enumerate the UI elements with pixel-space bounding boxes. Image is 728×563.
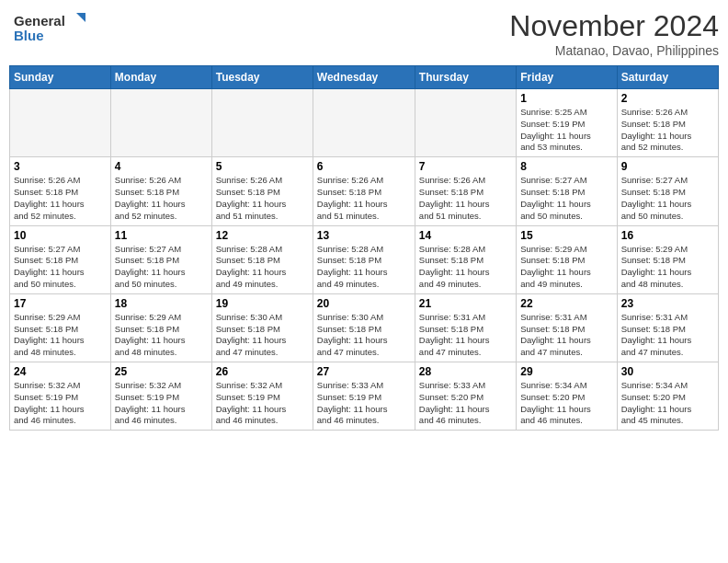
calendar-cell: 3Sunrise: 5:26 AMSunset: 5:18 PMDaylight… <box>10 157 111 225</box>
calendar-cell: 21Sunrise: 5:31 AMSunset: 5:18 PMDayligh… <box>415 293 516 362</box>
calendar-cell: 6Sunrise: 5:26 AMSunset: 5:18 PMDaylight… <box>313 157 415 225</box>
day-info: Sunrise: 5:29 AMSunset: 5:18 PMDaylight:… <box>520 244 612 291</box>
calendar: SundayMondayTuesdayWednesdayThursdayFrid… <box>9 65 719 431</box>
day-number: 8 <box>520 160 612 173</box>
day-number: 24 <box>14 365 107 378</box>
day-number: 22 <box>520 297 612 310</box>
calendar-cell: 13Sunrise: 5:28 AMSunset: 5:18 PMDayligh… <box>313 225 415 293</box>
calendar-cell: 11Sunrise: 5:27 AMSunset: 5:18 PMDayligh… <box>110 225 211 293</box>
day-number: 20 <box>317 297 411 310</box>
col-header-wednesday: Wednesday <box>313 66 415 89</box>
calendar-cell: 23Sunrise: 5:31 AMSunset: 5:18 PMDayligh… <box>617 293 718 362</box>
calendar-cell: 20Sunrise: 5:30 AMSunset: 5:18 PMDayligh… <box>313 293 415 362</box>
day-info: Sunrise: 5:32 AMSunset: 5:19 PMDaylight:… <box>115 380 208 427</box>
day-info: Sunrise: 5:26 AMSunset: 5:18 PMDaylight:… <box>621 107 714 154</box>
calendar-cell: 5Sunrise: 5:26 AMSunset: 5:18 PMDaylight… <box>211 157 313 225</box>
title-block: November 2024 Matanao, Davao, Philippine… <box>509 9 719 58</box>
calendar-cell: 25Sunrise: 5:32 AMSunset: 5:19 PMDayligh… <box>110 362 211 431</box>
day-info: Sunrise: 5:33 AMSunset: 5:20 PMDaylight:… <box>419 380 512 427</box>
calendar-cell: 1Sunrise: 5:25 AMSunset: 5:19 PMDaylight… <box>517 89 617 157</box>
day-info: Sunrise: 5:31 AMSunset: 5:18 PMDaylight:… <box>621 312 714 359</box>
day-info: Sunrise: 5:34 AMSunset: 5:20 PMDaylight:… <box>520 380 612 427</box>
day-number: 1 <box>520 92 612 105</box>
col-header-saturday: Saturday <box>617 66 718 89</box>
day-info: Sunrise: 5:26 AMSunset: 5:18 PMDaylight:… <box>14 175 107 222</box>
calendar-cell: 15Sunrise: 5:29 AMSunset: 5:18 PMDayligh… <box>517 225 617 293</box>
day-info: Sunrise: 5:28 AMSunset: 5:18 PMDaylight:… <box>419 244 512 291</box>
calendar-cell: 27Sunrise: 5:33 AMSunset: 5:19 PMDayligh… <box>313 362 415 431</box>
svg-marker-2 <box>76 13 85 22</box>
week-row-5: 24Sunrise: 5:32 AMSunset: 5:19 PMDayligh… <box>10 362 719 431</box>
calendar-cell: 29Sunrise: 5:34 AMSunset: 5:20 PMDayligh… <box>517 362 617 431</box>
col-header-monday: Monday <box>110 66 211 89</box>
calendar-cell: 18Sunrise: 5:29 AMSunset: 5:18 PMDayligh… <box>110 293 211 362</box>
week-row-1: 1Sunrise: 5:25 AMSunset: 5:19 PMDaylight… <box>10 89 719 157</box>
calendar-cell <box>313 89 415 157</box>
day-number: 26 <box>216 365 309 378</box>
day-number: 3 <box>14 160 107 173</box>
day-number: 6 <box>317 160 411 173</box>
calendar-cell <box>211 89 313 157</box>
day-number: 23 <box>621 297 714 310</box>
week-row-4: 17Sunrise: 5:29 AMSunset: 5:18 PMDayligh… <box>10 293 719 362</box>
day-info: Sunrise: 5:28 AMSunset: 5:18 PMDaylight:… <box>216 244 309 291</box>
day-info: Sunrise: 5:27 AMSunset: 5:18 PMDaylight:… <box>14 244 107 291</box>
calendar-cell: 28Sunrise: 5:33 AMSunset: 5:20 PMDayligh… <box>415 362 516 431</box>
calendar-cell: 26Sunrise: 5:32 AMSunset: 5:19 PMDayligh… <box>211 362 313 431</box>
day-info: Sunrise: 5:27 AMSunset: 5:18 PMDaylight:… <box>621 175 714 222</box>
day-info: Sunrise: 5:33 AMSunset: 5:19 PMDaylight:… <box>317 380 411 427</box>
day-number: 21 <box>419 297 512 310</box>
day-info: Sunrise: 5:25 AMSunset: 5:19 PMDaylight:… <box>520 107 612 154</box>
day-number: 4 <box>115 160 208 173</box>
calendar-cell: 14Sunrise: 5:28 AMSunset: 5:18 PMDayligh… <box>415 225 516 293</box>
col-header-thursday: Thursday <box>415 66 516 89</box>
calendar-cell: 7Sunrise: 5:26 AMSunset: 5:18 PMDaylight… <box>415 157 516 225</box>
day-number: 10 <box>14 229 107 242</box>
col-header-tuesday: Tuesday <box>211 66 313 89</box>
day-number: 9 <box>621 160 714 173</box>
subtitle: Matanao, Davao, Philippines <box>509 43 719 58</box>
day-number: 7 <box>419 160 512 173</box>
svg-text:Blue: Blue <box>14 28 44 43</box>
day-info: Sunrise: 5:29 AMSunset: 5:18 PMDaylight:… <box>115 312 208 359</box>
logo-icon: General Blue <box>9 9 92 46</box>
day-number: 28 <box>419 365 512 378</box>
calendar-cell: 10Sunrise: 5:27 AMSunset: 5:18 PMDayligh… <box>10 225 111 293</box>
calendar-cell: 9Sunrise: 5:27 AMSunset: 5:18 PMDaylight… <box>617 157 718 225</box>
calendar-cell: 12Sunrise: 5:28 AMSunset: 5:18 PMDayligh… <box>211 225 313 293</box>
calendar-cell: 22Sunrise: 5:31 AMSunset: 5:18 PMDayligh… <box>517 293 617 362</box>
week-row-2: 3Sunrise: 5:26 AMSunset: 5:18 PMDaylight… <box>10 157 719 225</box>
day-number: 13 <box>317 229 411 242</box>
day-info: Sunrise: 5:26 AMSunset: 5:18 PMDaylight:… <box>115 175 208 222</box>
day-number: 19 <box>216 297 309 310</box>
day-info: Sunrise: 5:32 AMSunset: 5:19 PMDaylight:… <box>14 380 107 427</box>
calendar-cell <box>415 89 516 157</box>
day-info: Sunrise: 5:31 AMSunset: 5:18 PMDaylight:… <box>520 312 612 359</box>
calendar-cell: 30Sunrise: 5:34 AMSunset: 5:20 PMDayligh… <box>617 362 718 431</box>
day-info: Sunrise: 5:31 AMSunset: 5:18 PMDaylight:… <box>419 312 512 359</box>
calendar-cell: 4Sunrise: 5:26 AMSunset: 5:18 PMDaylight… <box>110 157 211 225</box>
day-info: Sunrise: 5:26 AMSunset: 5:18 PMDaylight:… <box>419 175 512 222</box>
day-number: 17 <box>14 297 107 310</box>
header: General Blue November 2024 Matanao, Dava… <box>9 9 719 58</box>
svg-text:General: General <box>14 13 65 29</box>
day-number: 16 <box>621 229 714 242</box>
day-number: 29 <box>520 365 612 378</box>
calendar-cell: 19Sunrise: 5:30 AMSunset: 5:18 PMDayligh… <box>211 293 313 362</box>
day-info: Sunrise: 5:27 AMSunset: 5:18 PMDaylight:… <box>115 244 208 291</box>
header-row: SundayMondayTuesdayWednesdayThursdayFrid… <box>10 66 719 89</box>
day-number: 25 <box>115 365 208 378</box>
day-info: Sunrise: 5:29 AMSunset: 5:18 PMDaylight:… <box>14 312 107 359</box>
day-info: Sunrise: 5:29 AMSunset: 5:18 PMDaylight:… <box>621 244 714 291</box>
day-number: 11 <box>115 229 208 242</box>
day-info: Sunrise: 5:32 AMSunset: 5:19 PMDaylight:… <box>216 380 309 427</box>
calendar-cell: 17Sunrise: 5:29 AMSunset: 5:18 PMDayligh… <box>10 293 111 362</box>
day-number: 27 <box>317 365 411 378</box>
month-title: November 2024 <box>509 9 719 43</box>
calendar-cell: 24Sunrise: 5:32 AMSunset: 5:19 PMDayligh… <box>10 362 111 431</box>
day-info: Sunrise: 5:30 AMSunset: 5:18 PMDaylight:… <box>216 312 309 359</box>
day-info: Sunrise: 5:26 AMSunset: 5:18 PMDaylight:… <box>216 175 309 222</box>
day-info: Sunrise: 5:30 AMSunset: 5:18 PMDaylight:… <box>317 312 411 359</box>
day-number: 18 <box>115 297 208 310</box>
day-number: 14 <box>419 229 512 242</box>
